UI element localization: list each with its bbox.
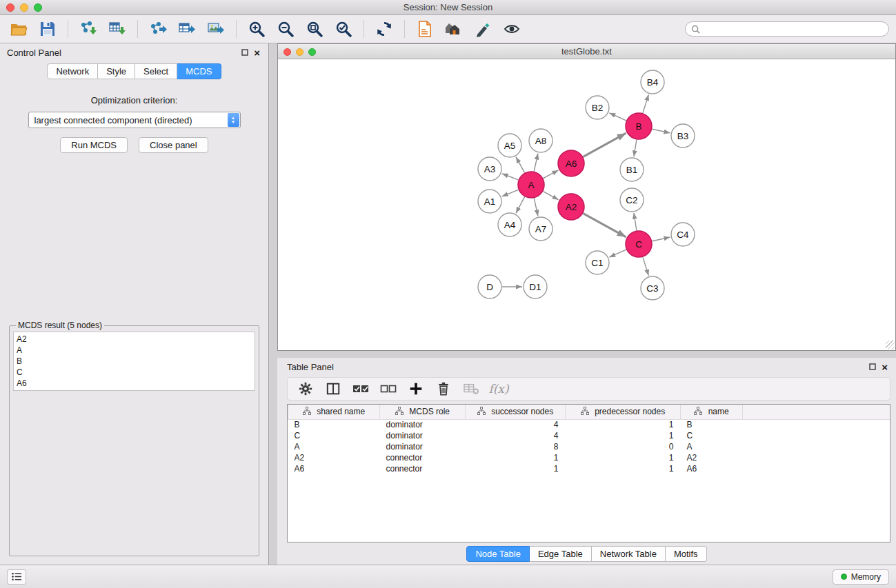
split-divider[interactable] (277, 351, 896, 358)
show-columns-button[interactable] (325, 381, 341, 397)
function-builder-button[interactable]: f(x) (490, 381, 507, 397)
zoom-in-button[interactable] (245, 18, 268, 40)
graph-node-B3[interactable]: B3 (671, 124, 695, 148)
graph-edge-B-B1[interactable] (634, 140, 637, 156)
table-row[interactable]: A6connector11A6 (288, 463, 890, 474)
column-header-name[interactable]: name (681, 405, 743, 419)
export-image-button[interactable] (204, 18, 228, 40)
save-session-button[interactable] (36, 18, 59, 40)
result-item[interactable]: A2 (17, 334, 252, 345)
graph-edge-C-C2[interactable] (634, 213, 637, 230)
run-mcds-button[interactable]: Run MCDS (60, 137, 128, 153)
graph-node-A2[interactable]: A2 (558, 194, 584, 220)
resize-grip[interactable] (886, 341, 895, 349)
table-row[interactable]: Bdominator41B (288, 419, 890, 430)
tab-network-table[interactable]: Network Table (592, 546, 666, 562)
delete-column-button[interactable] (435, 381, 452, 397)
zoom-fit-button[interactable] (303, 18, 326, 40)
network-zoom-button[interactable] (308, 48, 316, 56)
column-header-shared-name[interactable]: shared name (288, 405, 380, 419)
graph-node-C2[interactable]: C2 (620, 188, 644, 212)
deselect-all-button[interactable] (380, 381, 397, 397)
tab-mcds[interactable]: MCDS (177, 63, 221, 79)
graph-edge-A-A5[interactable] (516, 157, 524, 173)
network-canvas[interactable]: B4B2BB3A5A8A6A3B1AC2A1A2A4A7C4CC1DD1C3 (278, 59, 895, 350)
graph-node-A8[interactable]: A8 (529, 129, 552, 152)
graph-node-A3[interactable]: A3 (478, 157, 501, 181)
graph-edge-A-A4[interactable] (516, 197, 525, 214)
graph-node-C[interactable]: C (626, 231, 652, 257)
graph-edge-A6-B[interactable] (584, 133, 626, 156)
zoom-selected-button[interactable] (332, 18, 355, 40)
table-row[interactable]: Cdominator41C (288, 430, 890, 441)
tab-select[interactable]: Select (135, 63, 177, 79)
show-hide-button[interactable] (500, 18, 524, 40)
export-table-button[interactable] (175, 18, 199, 40)
search-input[interactable] (704, 24, 883, 34)
close-panel-action-button[interactable]: Close panel (139, 137, 208, 153)
graph-edge-A-A6[interactable] (544, 170, 559, 179)
network-minimize-button[interactable] (296, 48, 303, 56)
graph-node-C3[interactable]: C3 (641, 276, 664, 300)
graph-node-A1[interactable]: A1 (478, 190, 501, 213)
close-table-panel-button[interactable]: × (882, 362, 888, 372)
graph-node-D[interactable]: D (478, 275, 501, 298)
graph-node-A5[interactable]: A5 (498, 134, 521, 157)
float-panel-button[interactable] (241, 48, 248, 58)
open-session-button[interactable] (7, 18, 30, 40)
table-row[interactable]: A2connector11A2 (288, 452, 890, 463)
graph-edge-A-A7[interactable] (534, 199, 538, 216)
graph-node-B2[interactable]: B2 (586, 96, 609, 119)
column-header-successor-nodes[interactable]: successor nodes (466, 405, 566, 419)
close-panel-button[interactable]: × (254, 48, 260, 58)
network-close-button[interactable] (283, 48, 291, 56)
graph-edge-B-B4[interactable] (643, 94, 648, 113)
annotation-button[interactable] (471, 18, 495, 40)
graph-edge-C-C4[interactable] (653, 237, 670, 241)
result-item[interactable]: C (17, 367, 252, 378)
graph-node-D1[interactable]: D1 (524, 275, 547, 298)
graph-edge-A-A1[interactable] (502, 190, 519, 196)
table-settings-button[interactable] (297, 381, 314, 397)
graph-edge-A-A8[interactable] (534, 154, 538, 172)
table-row[interactable]: Adominator80A (288, 441, 890, 452)
graph-edge-B-B3[interactable] (653, 129, 670, 133)
graph-node-C1[interactable]: C1 (586, 251, 609, 274)
tab-network[interactable]: Network (47, 63, 98, 79)
import-network-button[interactable] (77, 18, 100, 40)
tab-node-table[interactable]: Node Table (466, 546, 530, 562)
graph-node-B[interactable]: B (626, 113, 652, 139)
column-header-MCDS-role[interactable]: MCDS role (380, 405, 466, 419)
zoom-window-button[interactable] (34, 3, 42, 12)
graph-edge-A-A3[interactable] (502, 174, 519, 180)
graph-node-C4[interactable]: C4 (671, 223, 695, 246)
node-table-container[interactable]: shared name MCDS role successor nodes pr… (287, 404, 890, 543)
tab-motifs[interactable]: Motifs (666, 546, 707, 562)
graph-node-A7[interactable]: A7 (529, 217, 552, 241)
add-column-button[interactable] (408, 381, 424, 397)
graph-node-B4[interactable]: B4 (641, 70, 664, 94)
graph-node-B1[interactable]: B1 (620, 158, 644, 181)
minimize-window-button[interactable] (20, 3, 28, 12)
graph-node-A[interactable]: A (518, 172, 544, 198)
graph-node-A4[interactable]: A4 (498, 213, 521, 236)
session-file-button[interactable] (413, 18, 437, 40)
clear-table-button[interactable] (463, 381, 479, 397)
home-button[interactable] (442, 18, 466, 40)
import-table-button[interactable] (106, 18, 129, 40)
memory-button[interactable]: Memory (833, 569, 889, 585)
criterion-dropdown[interactable]: largest connected component (directed) ▲… (28, 112, 241, 128)
graph-edge-A2-C[interactable] (584, 214, 626, 237)
graph-edge-C-C3[interactable] (643, 257, 648, 276)
task-history-button[interactable] (7, 569, 26, 585)
mcds-result-list[interactable]: A2ABCA6 (13, 332, 255, 391)
zoom-out-button[interactable] (274, 18, 297, 40)
result-item[interactable]: A (17, 345, 252, 356)
tab-edge-table[interactable]: Edge Table (530, 546, 592, 562)
result-item[interactable]: A6 (17, 378, 252, 389)
close-window-button[interactable] (6, 3, 14, 12)
float-table-panel-button[interactable] (869, 362, 876, 372)
graph-edge-C-C1[interactable] (609, 250, 626, 257)
select-all-button[interactable] (352, 381, 369, 397)
column-header-predecessor-nodes[interactable]: predecessor nodes (566, 405, 681, 419)
